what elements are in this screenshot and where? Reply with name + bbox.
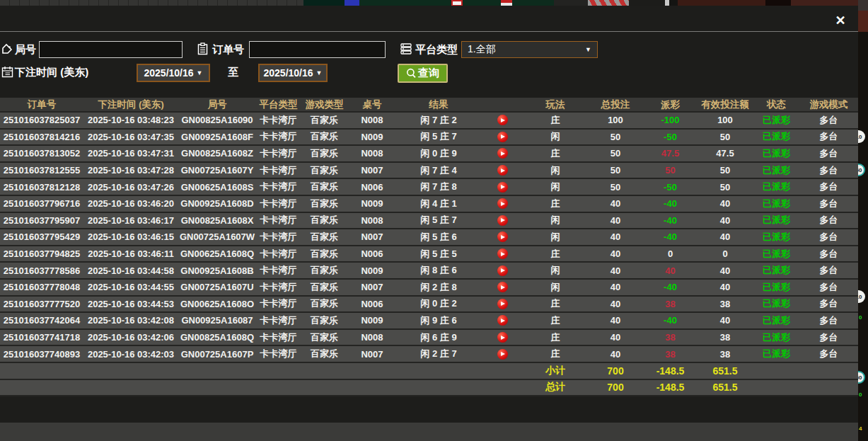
cell-replay: [481, 280, 523, 295]
cell-round-id: GN00925A1608B: [178, 263, 256, 278]
cell-game-type: 百家乐: [301, 146, 348, 161]
close-icon[interactable]: ✕: [833, 13, 848, 28]
header-platform: 平台类型: [256, 98, 301, 111]
play-icon[interactable]: [497, 182, 508, 193]
header-game-type: 游戏类型: [301, 98, 348, 111]
cell-game-mode: 多台: [799, 246, 858, 262]
header-payout: 派彩: [644, 98, 697, 111]
cell-total-bet: 50: [587, 146, 644, 161]
cell-status: 已派彩: [753, 130, 799, 145]
header-replay: [481, 98, 523, 111]
play-icon[interactable]: [497, 198, 508, 209]
cell-order-id: 251016037794825: [0, 246, 83, 262]
play-icon[interactable]: [497, 315, 508, 326]
cell-platform: [256, 363, 301, 379]
cell-order-id: 251016037778048: [0, 280, 83, 295]
cell-bet-time: 2025-10-16 03:46:20: [83, 196, 178, 212]
cell-game-type: 百家乐: [301, 297, 348, 312]
cell-payout: -40: [644, 229, 697, 245]
cell-status: 已派彩: [753, 179, 799, 195]
cell-replay: [481, 130, 523, 145]
cell-game-mode: 多台: [799, 213, 858, 229]
cell-play-type: 庄: [523, 246, 587, 262]
cell-total-bet: 40: [587, 297, 644, 312]
header-order-id: 订单号: [0, 98, 83, 111]
cell-round-id: GN00725A1607P: [178, 346, 256, 362]
search-icon: [406, 68, 417, 79]
cell-game-mode: 多台: [799, 179, 858, 195]
cell-game-mode: [799, 363, 858, 379]
cell-total-bet: 40: [587, 263, 644, 278]
cell-game-type: [301, 380, 348, 396]
cell-game-mode: 多台: [799, 146, 858, 161]
cell-platform: 卡卡湾厅: [256, 330, 301, 345]
header-valid-bet: 有效投注额: [697, 98, 753, 111]
play-icon[interactable]: [497, 148, 508, 159]
table-row: 251016037741718 2025-10-16 03:42:06 GN00…: [0, 330, 858, 347]
cell-round-id: GN00625A1608Q: [178, 246, 256, 262]
cell-payout: -40: [644, 196, 697, 212]
cell-result: 闲 5 庄 6: [396, 229, 481, 245]
date-to-picker[interactable]: 2025/10/16 ▼: [258, 64, 328, 82]
cell-bet-time: [83, 380, 178, 396]
cell-payout: -40: [644, 213, 697, 229]
cell-table-no: N008: [348, 146, 396, 161]
round-id-input[interactable]: [39, 41, 183, 58]
play-icon[interactable]: [497, 299, 508, 309]
platform-type-select[interactable]: 1.全部 ▼: [461, 41, 598, 58]
cell-table-no: N006: [348, 179, 396, 195]
chip-10: 10: [858, 290, 865, 303]
header-status: 状态: [753, 98, 799, 111]
cell-total-bet: 40: [587, 346, 644, 362]
play-icon[interactable]: [497, 282, 508, 292]
platform-type-label: 平台类型: [415, 43, 458, 57]
cell-valid-bet: 50: [697, 163, 753, 178]
search-button[interactable]: 查询: [398, 64, 448, 83]
table-row: 251016037794825 2025-10-16 03:46:11 GN00…: [0, 246, 858, 263]
play-icon[interactable]: [497, 265, 508, 276]
play-icon[interactable]: [497, 349, 508, 360]
cell-platform: 卡卡湾厅: [256, 196, 301, 212]
cell-status: 已派彩: [753, 330, 799, 345]
bet-time-label: 下注时间 (美东): [15, 66, 88, 79]
cell-replay: [481, 146, 523, 161]
play-icon[interactable]: [497, 165, 508, 176]
play-icon[interactable]: [497, 215, 508, 226]
cell-total-bet: 40: [587, 229, 644, 245]
cell-play-type: 闲: [523, 179, 587, 195]
screen: 10 50 10 50 0 0 4 ✕ 局号 订单号 平台类型 1.全部 ▼: [0, 0, 868, 441]
cell-result: 闲 2 庄 8: [396, 280, 481, 295]
cell-play-type: 闲: [523, 280, 587, 295]
date-from-value: 2025/10/16: [144, 67, 194, 79]
cell-valid-bet: 40: [697, 313, 753, 328]
cell-total-bet: 50: [587, 163, 644, 178]
cell-bet-time: [83, 363, 178, 379]
clipboard-icon: [197, 42, 209, 55]
play-icon[interactable]: [497, 132, 508, 142]
cell-play-type: 庄: [523, 297, 587, 312]
cell-table-no: N009: [348, 263, 396, 278]
play-icon[interactable]: [497, 248, 508, 259]
date-from-picker[interactable]: 2025/10/16 ▼: [137, 64, 210, 82]
cell-total-bet: 40: [587, 246, 644, 262]
cell-platform: 卡卡湾厅: [256, 229, 301, 245]
cell-platform: [256, 380, 301, 396]
play-icon[interactable]: [497, 231, 508, 242]
cell-replay: [481, 346, 523, 362]
order-id-input[interactable]: [249, 41, 386, 58]
play-icon[interactable]: [497, 332, 508, 343]
cell-platform: 卡卡湾厅: [256, 179, 301, 195]
cell-replay: [481, 263, 523, 278]
cell-round-id: GN00625A1608S: [178, 179, 256, 195]
play-icon[interactable]: [497, 115, 508, 125]
cell-game-type: 百家乐: [301, 246, 348, 262]
cell-payout: -40: [644, 280, 697, 295]
cell-bet-time: 2025-10-16 03:44:53: [83, 297, 178, 312]
cell-payout: 0: [644, 246, 697, 262]
chevron-down-icon: ▼: [316, 69, 323, 76]
cell-play-type: 庄: [523, 196, 587, 212]
cell-payout: 47.5: [644, 146, 697, 161]
cell-play-type: 庄: [523, 346, 587, 362]
cell-game-type: 百家乐: [301, 313, 348, 328]
order-id-label: 订单号: [212, 43, 244, 57]
